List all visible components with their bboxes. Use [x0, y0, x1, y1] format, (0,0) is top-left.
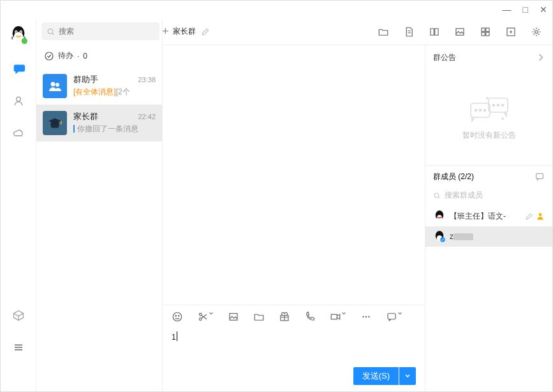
todo-count: 0	[83, 52, 87, 61]
conversation-time: 22:42	[138, 113, 156, 120]
chat-header: 家长群	[163, 18, 552, 45]
group-notice-empty: 暂时没有新公告	[425, 69, 552, 165]
quote-icon[interactable]	[386, 311, 402, 323]
svg-point-39	[497, 104, 499, 106]
svg-point-11	[55, 83, 59, 87]
conversation-list: + 待办 · 0 群助手 23:38 [有全体消息][2个	[36, 18, 163, 391]
book-icon[interactable]	[429, 26, 440, 38]
svg-point-35	[475, 109, 476, 111]
svg-rect-32	[388, 313, 395, 319]
conversation-item[interactable]: 群助手 23:38 [有全体消息][2个	[36, 68, 162, 105]
conversation-preview: 你撤回了一条消息	[73, 124, 156, 134]
folder-icon[interactable]	[378, 26, 389, 38]
svg-point-37	[483, 109, 485, 111]
edit-member-icon[interactable]	[525, 212, 533, 221]
chat-header-actions	[378, 26, 542, 38]
svg-rect-28	[331, 314, 337, 319]
members-count: (2/2)	[458, 172, 474, 181]
conversation-time: 23:38	[138, 76, 156, 83]
member-avatar-icon	[433, 230, 446, 243]
svg-point-6	[21, 38, 27, 44]
member-item[interactable]: 【班主任】语文-	[425, 206, 552, 226]
svg-rect-17	[482, 32, 485, 35]
svg-point-5	[20, 31, 21, 33]
svg-point-25	[199, 317, 202, 320]
svg-rect-14	[456, 28, 464, 35]
svg-rect-26	[230, 313, 237, 320]
chat-panel: 家长群	[163, 18, 552, 391]
search-field[interactable]	[59, 27, 154, 36]
input-toolbar	[163, 305, 425, 328]
maximize-button[interactable]: □	[523, 5, 528, 14]
image-icon[interactable]	[454, 26, 466, 38]
invite-icon[interactable]	[505, 26, 517, 38]
svg-rect-16	[486, 28, 489, 31]
svg-point-36	[479, 109, 481, 111]
notice-empty-text: 暂时没有新公告	[462, 130, 516, 141]
minimize-button[interactable]: —	[503, 5, 512, 14]
conversation-name: 群助手	[73, 74, 98, 85]
conversation-preview: [有全体消息][2个	[73, 87, 156, 98]
svg-point-7	[16, 97, 20, 101]
chat-tab-icon[interactable]	[11, 62, 26, 76]
send-button[interactable]: 发送(S)	[353, 367, 399, 385]
settings-icon[interactable]	[531, 26, 542, 38]
group-notice-title: 群公告	[433, 52, 456, 63]
send-options-button[interactable]	[399, 367, 416, 385]
scissors-icon[interactable]	[197, 311, 214, 323]
members-search-placeholder: 搜索群成员	[445, 190, 483, 201]
chat-title: 家长群	[173, 26, 196, 37]
svg-point-8	[48, 29, 53, 34]
svg-rect-15	[482, 28, 485, 31]
apps-icon[interactable]	[480, 26, 491, 38]
svg-rect-18	[486, 32, 489, 35]
menu-icon[interactable]	[11, 340, 26, 354]
svg-point-30	[365, 316, 367, 317]
member-avatar-icon	[433, 210, 446, 222]
message-area[interactable]	[163, 45, 425, 305]
gift-icon[interactable]	[279, 311, 290, 323]
svg-point-38	[492, 104, 494, 106]
message-input[interactable]: 1 发送(S)	[163, 328, 425, 391]
input-text: 1	[172, 333, 176, 342]
todo-row[interactable]: 待办 · 0	[36, 44, 162, 68]
member-item[interactable]: z	[425, 226, 552, 247]
members-settings-icon[interactable]	[535, 171, 545, 182]
cloud-tab-icon[interactable]	[11, 126, 26, 140]
svg-rect-41	[536, 173, 543, 178]
members-title: 群成员	[433, 172, 456, 181]
close-button[interactable]: ✕	[540, 5, 547, 14]
conversation-item[interactable]: 家长群 22:42 你撤回了一条消息	[36, 105, 162, 142]
members-list: 【班主任】语文- z	[425, 206, 552, 247]
svg-rect-12	[51, 122, 59, 126]
file-icon[interactable]	[253, 311, 265, 323]
members-search[interactable]: 搜索群成员	[425, 187, 552, 206]
svg-point-20	[535, 30, 538, 33]
window-controls: — □ ✕	[1, 1, 552, 18]
app-logo-icon[interactable]	[9, 25, 28, 44]
svg-point-21	[173, 312, 182, 321]
group-notice-header[interactable]: 群公告	[425, 45, 552, 69]
member-name: z	[450, 232, 545, 241]
svg-point-40	[501, 104, 503, 106]
svg-point-4	[15, 31, 17, 33]
document-icon[interactable]	[403, 26, 415, 38]
svg-point-22	[175, 315, 177, 316]
group-avatar-icon	[43, 111, 67, 135]
search-input[interactable]	[41, 22, 159, 40]
edit-title-icon[interactable]	[201, 27, 210, 36]
group-avatar-icon	[43, 74, 67, 98]
members-header[interactable]: 群成员 (2/2)	[425, 166, 552, 187]
svg-point-23	[179, 315, 180, 316]
svg-point-45	[539, 213, 542, 216]
svg-point-29	[362, 316, 364, 317]
more-icon[interactable]	[360, 311, 372, 323]
phone-icon[interactable]	[304, 311, 316, 323]
emoji-icon[interactable]	[172, 311, 183, 323]
cube-icon[interactable]	[11, 309, 26, 323]
contacts-tab-icon[interactable]	[11, 94, 26, 108]
svg-point-10	[51, 82, 55, 87]
nav-rail	[1, 18, 36, 391]
picture-icon[interactable]	[228, 311, 239, 323]
video-icon[interactable]	[330, 311, 346, 323]
